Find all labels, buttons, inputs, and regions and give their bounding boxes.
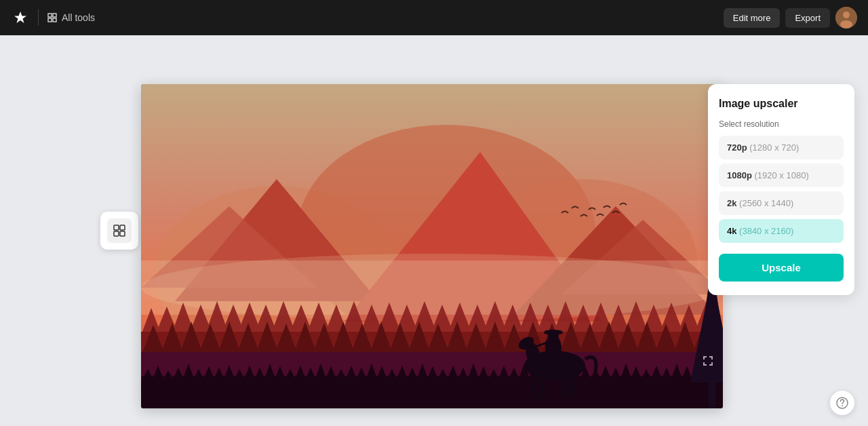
svg-rect-5 bbox=[114, 231, 119, 236]
svg-rect-84 bbox=[141, 383, 723, 408]
svg-rect-144 bbox=[540, 374, 545, 400]
resolution-option-720p[interactable]: 720p (1280 x 720) bbox=[719, 136, 844, 159]
svg-rect-145 bbox=[561, 374, 567, 399]
svg-rect-146 bbox=[570, 374, 576, 396]
logo[interactable] bbox=[11, 8, 30, 27]
export-button[interactable]: Export bbox=[785, 8, 830, 28]
svg-rect-6 bbox=[120, 231, 125, 236]
svg-point-2 bbox=[840, 20, 852, 28]
svg-rect-3 bbox=[114, 225, 119, 230]
panel-title: Image upscaler bbox=[719, 98, 844, 110]
upscale-button[interactable]: Upscale bbox=[719, 254, 844, 282]
svg-rect-143 bbox=[531, 374, 536, 398]
image-toolbar bbox=[100, 212, 138, 250]
image-canvas bbox=[141, 84, 723, 408]
nav-divider bbox=[38, 9, 39, 26]
all-tools-label: All tools bbox=[62, 12, 95, 23]
svg-rect-4 bbox=[120, 225, 125, 230]
svg-rect-159 bbox=[709, 383, 715, 408]
fullscreen-button[interactable] bbox=[698, 351, 717, 370]
resolution-options: 720p (1280 x 720)1080p (1920 x 1080)2k (… bbox=[719, 136, 844, 243]
resolution-option-2k[interactable]: 2k (2560 x 1440) bbox=[719, 191, 844, 215]
grid-tool-button[interactable] bbox=[107, 218, 132, 243]
all-tools-button[interactable]: All tools bbox=[47, 12, 95, 23]
image-upscaler-panel: Image upscaler Select resolution 720p (1… bbox=[708, 84, 854, 295]
resolution-option-1080p[interactable]: 1080p (1920 x 1080) bbox=[719, 163, 844, 187]
resolution-option-4k[interactable]: 4k (3840 x 2160) bbox=[719, 219, 844, 243]
top-navigation: All tools Edit more Export bbox=[0, 0, 868, 35]
main-area: Current resolution: 850 x 478 bbox=[0, 35, 868, 426]
nav-actions: Edit more Export bbox=[724, 7, 857, 28]
svg-point-161 bbox=[842, 405, 843, 406]
svg-point-1 bbox=[843, 12, 850, 18]
edit-more-button[interactable]: Edit more bbox=[724, 8, 781, 28]
svg-rect-152 bbox=[545, 330, 561, 334]
select-resolution-label: Select resolution bbox=[719, 119, 844, 129]
help-button[interactable] bbox=[830, 391, 854, 415]
avatar[interactable] bbox=[835, 7, 857, 28]
logo-icon bbox=[11, 8, 30, 27]
